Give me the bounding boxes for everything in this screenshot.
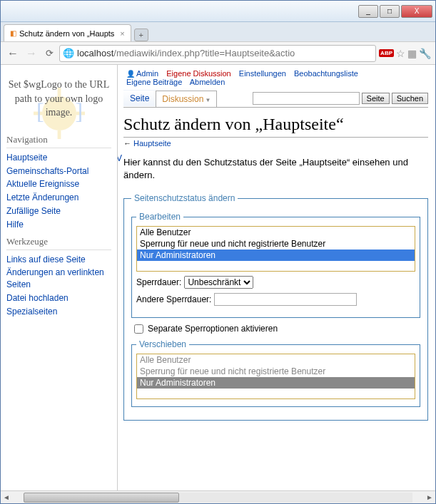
browser-tab[interactable]: ◧ Schutz ändern von „Haupts × <box>4 24 131 41</box>
browser-window: _ □ X ◧ Schutz ändern von „Haupts × + ← … <box>0 0 436 504</box>
protect-legend: Seitenschutzstatus ändern <box>131 193 238 203</box>
tab-page[interactable]: Seite <box>123 90 156 106</box>
chevron-down-icon[interactable]: ▼ <box>205 97 211 103</box>
minimize-button[interactable]: _ <box>358 5 378 18</box>
tools-section: Werkzeuge Links auf diese SeiteÄnderunge… <box>6 232 111 319</box>
left-tabs-truncated[interactable]: V <box>118 150 122 166</box>
back-button[interactable]: ← <box>5 46 21 61</box>
scroll-thumb[interactable] <box>24 493 179 503</box>
nav-section: Navigation HauptseiteGemeinschafts-Porta… <box>6 130 111 232</box>
tools-link[interactable]: Änderungen an verlinkten Seiten <box>6 266 111 292</box>
backlink: ← Hauptseite <box>123 138 428 153</box>
tools-link[interactable]: Links auf diese Seite <box>6 253 111 267</box>
separate-checkbox[interactable] <box>134 324 143 334</box>
user-links: 👤Admin Eigene Diskussion Einstellungen B… <box>123 68 428 89</box>
tools-link[interactable]: Datei hochladen <box>6 292 111 305</box>
userlink-prefs[interactable]: Einstellungen <box>239 69 286 78</box>
protection-option[interactable]: Alle Benutzer <box>137 354 415 366</box>
edit-protection-select[interactable]: Alle BenutzerSperrung für neue und nicht… <box>136 226 415 272</box>
intro-text: Hier kannst du den Schutzstatus der Seit… <box>123 153 428 189</box>
logo: [] Set $wgLogo to the URL path to your o… <box>6 72 111 130</box>
protection-option[interactable]: Nur Administratoren <box>137 250 415 261</box>
user-icon: 👤 <box>126 70 135 78</box>
globe-icon: 🌐 <box>63 48 74 58</box>
tools-heading: Werkzeuge <box>6 232 111 250</box>
protect-fieldset: Seitenschutzstatus ändern Bearbeiten All… <box>123 193 428 421</box>
edit-fieldset: Bearbeiten Alle BenutzerSperrung für neu… <box>131 212 420 318</box>
url-bar[interactable]: 🌐 localhost/mediawiki/index.php?title=Ha… <box>59 45 376 62</box>
horizontal-scrollbar[interactable]: ◄ ► <box>1 490 435 503</box>
other-expiry-label: Andere Sperrdauer: <box>136 294 211 304</box>
expiry-select[interactable]: Unbeschränkt <box>184 276 253 289</box>
expiry-label: Sperrdauer: <box>136 277 181 287</box>
userlink-logout[interactable]: Abmelden <box>190 78 225 86</box>
abp-icon[interactable]: ABP <box>379 49 394 57</box>
separate-label: Separate Sperroptionen aktivieren <box>148 324 278 334</box>
move-protection-select: Alle BenutzerSperrung für neue und nicht… <box>136 354 415 399</box>
sidebar: [] Set $wgLogo to the URL path to your o… <box>1 65 118 490</box>
tab-close-icon[interactable]: × <box>120 29 124 38</box>
maximize-button[interactable]: □ <box>380 5 400 18</box>
nav-link[interactable]: Letzte Änderungen <box>6 191 111 205</box>
page-content: [] Set $wgLogo to the URL path to your o… <box>1 65 435 490</box>
move-fieldset: Verschieben Alle BenutzerSperrung für ne… <box>131 339 420 407</box>
main-area: 👤Admin Eigene Diskussion Einstellungen B… <box>118 65 435 490</box>
url-host: localhost <box>77 48 113 58</box>
search-button[interactable]: Suchen <box>392 93 428 104</box>
search-input[interactable] <box>253 92 360 105</box>
tools-link[interactable]: Spezialseiten <box>6 305 111 319</box>
userlink-watch[interactable]: Beobachtungsliste <box>294 69 358 78</box>
userlink-talk[interactable]: Eigene Diskussion <box>166 69 231 78</box>
favicon: ◧ <box>10 29 16 37</box>
protection-option[interactable]: Alle Benutzer <box>137 227 415 238</box>
go-button[interactable]: Seite <box>362 93 390 104</box>
protection-option[interactable]: Nur Administratoren <box>137 377 415 389</box>
scroll-right-icon[interactable]: ► <box>424 493 435 501</box>
new-tab-button[interactable]: + <box>134 29 148 41</box>
nav-link[interactable]: Hilfe <box>6 218 111 232</box>
wrench-icon[interactable]: 🔧 <box>419 48 431 59</box>
tab-strip: ◧ Schutz ändern von „Haupts × + <box>1 22 435 42</box>
nav-link[interactable]: Aktuelle Ereignisse <box>6 178 111 191</box>
userlink-contribs[interactable]: Eigene Beiträge <box>126 78 182 86</box>
scroll-left-icon[interactable]: ◄ <box>1 493 12 501</box>
other-expiry-input[interactable] <box>214 293 357 306</box>
nav-link[interactable]: Hauptseite <box>6 151 111 165</box>
userlink-admin[interactable]: Admin <box>136 69 158 78</box>
toolbar: ← → ⟳ 🌐 localhost/mediawiki/index.php?ti… <box>1 42 435 65</box>
tab-title: Schutz ändern von „Haupts <box>19 29 114 38</box>
logo-text: Set $wgLogo to the URL path to your own … <box>9 79 110 118</box>
page-menu-icon[interactable]: ▦ <box>407 48 417 59</box>
move-legend: Verschieben <box>136 339 189 349</box>
edit-legend: Bearbeiten <box>136 212 183 222</box>
nav-link[interactable]: Gemeinschafts-Portal <box>6 165 111 178</box>
nav-link[interactable]: Zufällige Seite <box>6 205 111 218</box>
close-button[interactable]: X <box>401 5 432 18</box>
protection-option[interactable]: Sperrung für neue und nicht registrierte… <box>137 366 415 377</box>
forward-button: → <box>24 46 39 61</box>
reload-button[interactable]: ⟳ <box>42 46 56 61</box>
page-tabs: Seite Diskussion▼ Seite Suchen <box>123 89 428 108</box>
bookmark-icon[interactable]: ☆ <box>396 48 405 59</box>
url-path: /mediawiki/index.php?title=Hauptseite&ac… <box>113 48 295 58</box>
tab-discussion[interactable]: Diskussion▼ <box>156 91 217 107</box>
page-title: Schutz ändern von „Hauptseite“ <box>123 108 428 138</box>
backlink-link[interactable]: Hauptseite <box>133 139 171 148</box>
titlebar: _ □ X <box>1 1 435 22</box>
protection-option[interactable]: Sperrung für neue und nicht registrierte… <box>137 238 415 250</box>
